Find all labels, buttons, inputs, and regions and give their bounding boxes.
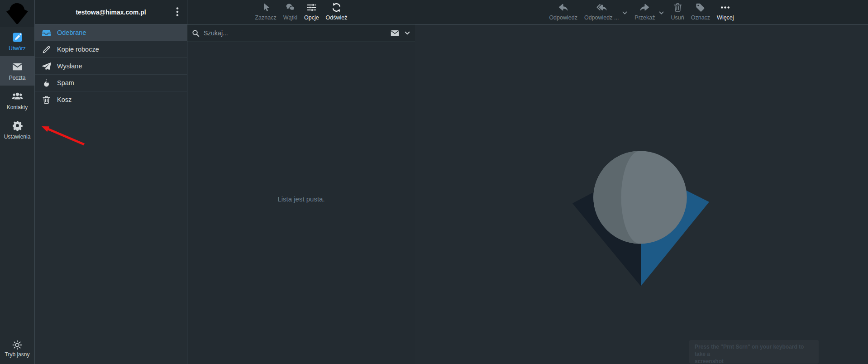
search-bar bbox=[187, 24, 415, 42]
account-header: testowa@himax.com.pl bbox=[35, 0, 187, 24]
reply-icon bbox=[558, 2, 568, 13]
toolbar-label: Wątki bbox=[283, 14, 297, 21]
sidebar-item-label: Ustawienia bbox=[4, 134, 31, 140]
kebab-icon bbox=[172, 6, 183, 17]
toolbar-label: Przekaż bbox=[634, 14, 655, 21]
message-toolbar: Odpowiedz Odpowiedz ... Przekaż Usuń Ozn… bbox=[415, 0, 868, 24]
sidebar-item-compose[interactable]: Utwórz bbox=[0, 27, 34, 56]
folder-options-button[interactable] bbox=[172, 6, 183, 18]
refresh-icon bbox=[331, 2, 342, 13]
folder-label: Kopie robocze bbox=[57, 46, 99, 53]
more-button[interactable]: Więcej bbox=[717, 2, 734, 21]
content-body: Press the "Prnt Scrn" on your keyboard t… bbox=[415, 24, 868, 364]
folder-item-inbox[interactable]: Odebrane bbox=[35, 24, 187, 41]
app-logo[interactable]: .logo-box .face-l{fill:#2a353c}.logo-box… bbox=[0, 0, 34, 27]
settings-icon bbox=[12, 120, 23, 131]
taskmenu-sidebar: .logo-box .face-l{fill:#2a353c}.logo-box… bbox=[0, 0, 35, 364]
threads-icon bbox=[285, 2, 296, 13]
sidebar-item-label: Utwórz bbox=[9, 45, 25, 52]
sidebar-item-label: Kontakty bbox=[7, 104, 28, 110]
toolbar-label: Odpowiedz bbox=[549, 14, 577, 21]
folder-label: Wysłane bbox=[57, 62, 82, 70]
contacts-icon bbox=[12, 91, 23, 102]
roundcube-watermark-logo bbox=[572, 151, 709, 287]
reply-all-button[interactable]: Odpowiedz ... bbox=[584, 2, 619, 21]
threads-button[interactable]: Wątki bbox=[283, 2, 297, 21]
toolbar-label: Więcej bbox=[717, 14, 734, 21]
toolbar-label: Oznacz bbox=[691, 14, 710, 21]
hint-text-line1: Press the "Prnt Scrn" on your keyboard t… bbox=[695, 343, 813, 358]
trash-icon bbox=[672, 2, 683, 13]
compose-icon bbox=[12, 32, 23, 43]
mark-button[interactable]: Oznacz bbox=[691, 2, 710, 21]
sidebar-item-mail[interactable]: Poczta bbox=[0, 56, 34, 86]
hint-text-line2: screenshot bbox=[695, 358, 813, 364]
folder-label: Kosz bbox=[57, 96, 72, 103]
toolbar-label: Odśwież bbox=[326, 14, 348, 21]
folder-label: Spam bbox=[57, 79, 74, 86]
folder-panel: testowa@himax.com.pl Odebrane Kopie robo… bbox=[35, 0, 187, 364]
folder-list: Odebrane Kopie robocze Wysłane Spam Kosz bbox=[35, 24, 187, 108]
sidebar-item-settings[interactable]: Ustawienia bbox=[0, 115, 34, 144]
fire-icon bbox=[42, 78, 51, 88]
tag-icon bbox=[695, 2, 706, 13]
inbox-icon bbox=[42, 28, 51, 38]
refresh-button[interactable]: Odśwież bbox=[326, 2, 348, 21]
delete-button[interactable]: Usuń bbox=[671, 2, 684, 21]
forward-dropdown-icon[interactable] bbox=[658, 10, 664, 16]
content-panel: Odpowiedz Odpowiedz ... Przekaż Usuń Ozn… bbox=[415, 0, 868, 364]
search-scope-mail-icon[interactable] bbox=[390, 29, 400, 38]
list-toolbar: Zaznacz Wątki Opcje Odśwież bbox=[187, 0, 415, 24]
toolbar-label: Usuń bbox=[671, 14, 684, 21]
folder-item-spam[interactable]: Spam bbox=[35, 75, 187, 91]
theme-toggle-label: Tryb jasny bbox=[5, 351, 30, 358]
roundcube-logo-icon: .logo-box .face-l{fill:#2a353c}.logo-box… bbox=[6, 3, 28, 24]
folder-item-sent[interactable]: Wysłane bbox=[35, 58, 187, 75]
sidebar-item-contacts[interactable]: Kontakty bbox=[0, 86, 34, 115]
toolbar-label: Zaznacz bbox=[255, 14, 276, 21]
mail-icon bbox=[12, 61, 23, 72]
message-list-panel: Zaznacz Wątki Opcje Odśwież bbox=[187, 0, 415, 364]
chevron-down-icon[interactable] bbox=[404, 30, 410, 36]
ellipsis-icon bbox=[720, 2, 730, 13]
search-icon bbox=[191, 29, 200, 38]
cursor-icon bbox=[261, 2, 271, 13]
forward-icon bbox=[639, 2, 650, 13]
toolbar-label: Odpowiedz ... bbox=[584, 14, 619, 21]
select-button[interactable]: Zaznacz bbox=[255, 2, 276, 21]
folder-item-drafts[interactable]: Kopie robocze bbox=[35, 41, 187, 58]
theme-toggle-button[interactable]: Tryb jasny bbox=[0, 337, 34, 360]
sidebar-item-label: Poczta bbox=[9, 75, 26, 81]
empty-list-message: Lista jest pusta. bbox=[277, 195, 324, 203]
sliders-icon bbox=[306, 2, 317, 13]
options-button[interactable]: Opcje bbox=[304, 2, 319, 21]
reply-button[interactable]: Odpowiedz bbox=[549, 2, 577, 21]
account-email: testowa@himax.com.pl bbox=[76, 9, 146, 16]
reply-all-dropdown-icon[interactable] bbox=[622, 10, 628, 16]
folder-item-trash[interactable]: Kosz bbox=[35, 91, 187, 108]
reply-all-icon bbox=[596, 2, 607, 13]
roundcube-app: .logo-box .face-l{fill:#2a353c}.logo-box… bbox=[0, 0, 868, 364]
forward-button[interactable]: Przekaż bbox=[634, 2, 655, 21]
sun-icon bbox=[12, 340, 22, 350]
toolbar-label: Opcje bbox=[304, 14, 319, 21]
search-input[interactable] bbox=[204, 29, 386, 37]
paperplane-icon bbox=[42, 62, 51, 71]
screenshot-hint-overlay: Press the "Prnt Scrn" on your keyboard t… bbox=[689, 340, 819, 364]
folder-label: Odebrane bbox=[57, 29, 86, 36]
message-list-body: Lista jest pusta. bbox=[187, 42, 415, 364]
trash-icon bbox=[42, 95, 51, 105]
pencil-icon bbox=[42, 45, 51, 54]
